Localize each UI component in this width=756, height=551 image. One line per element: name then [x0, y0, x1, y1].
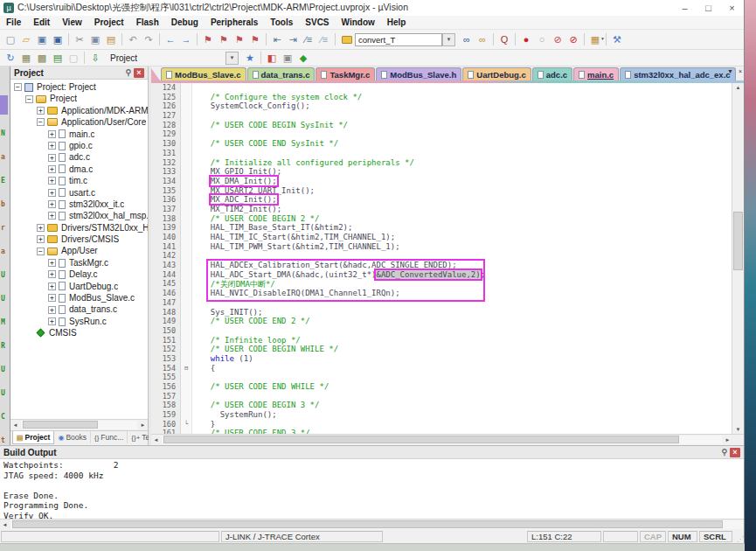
tree-expander-icon[interactable]: +: [48, 282, 56, 290]
find-icon[interactable]: ∞: [475, 32, 490, 46]
cut-icon[interactable]: ✂: [72, 32, 87, 46]
download-icon[interactable]: ⇩: [87, 51, 103, 65]
minimize-button[interactable]: –: [673, 1, 697, 16]
tree-item-cmsis[interactable]: CMSIS: [10, 327, 148, 338]
tree-expander-icon[interactable]: +: [48, 294, 56, 302]
tree-expander-icon[interactable]: +: [48, 200, 56, 208]
tree-expander-icon[interactable]: +: [37, 235, 45, 243]
pack-installer-icon[interactable]: ◧: [264, 51, 280, 65]
scroll-left-icon[interactable]: ◄: [10, 422, 20, 428]
undo-icon[interactable]: ↶: [125, 32, 141, 46]
scroll-thumb[interactable]: [12, 520, 723, 528]
close-document-icon[interactable]: ×: [739, 68, 742, 74]
bookmark-toggle-icon[interactable]: ⚑: [200, 32, 216, 46]
menu-project[interactable]: Project: [88, 17, 130, 27]
new-file-icon[interactable]: ▢: [3, 32, 18, 46]
editor-tab-adc-c[interactable]: adc.c: [532, 67, 572, 80]
menu-tools[interactable]: Tools: [264, 17, 299, 27]
manage-rte-icon[interactable]: ◆: [295, 51, 311, 65]
tree-item-sysrun-c[interactable]: +SysRun.c: [10, 316, 148, 327]
editor-tab-stm32l0xx-hal-adc-ex-c[interactable]: stm32l0xx_hal_adc_ex.c: [620, 67, 735, 80]
tree-item-gpio-c[interactable]: +gpio.c: [10, 140, 148, 151]
tree-item-stm32l0xx-it-c[interactable]: +stm32l0xx_it.c: [10, 199, 148, 210]
redo-icon[interactable]: ↷: [141, 32, 156, 46]
close-panel-button[interactable]: ×: [730, 448, 740, 457]
chevron-down-icon[interactable]: ▼: [600, 31, 605, 45]
editor-tab-modbus-slave-h[interactable]: ModBus_Slave.h: [376, 67, 461, 80]
scroll-thumb[interactable]: [733, 212, 743, 270]
editor-tab-taskmgr-c[interactable]: TaskMgr.c: [316, 67, 375, 80]
debug-windows-icon[interactable]: ▦▼: [587, 32, 603, 46]
breakpoint-enable-icon[interactable]: ○: [534, 32, 550, 46]
build-output-hscrollbar[interactable]: ◄: [0, 519, 744, 530]
code-editor[interactable]: 124125 /* Configure the system clock */1…: [151, 83, 732, 434]
build-icon[interactable]: ▦: [18, 51, 34, 65]
save-icon[interactable]: ▣: [34, 32, 50, 46]
tree-item-usart-c[interactable]: +usart.c: [10, 187, 148, 199]
project-tree-hscrollbar[interactable]: ◄ ►: [10, 419, 148, 430]
open-folder-icon[interactable]: ▱: [18, 32, 34, 46]
tree-item-main-c[interactable]: +main.c: [10, 129, 148, 140]
scroll-thumb[interactable]: [23, 421, 98, 429]
tree-item-drivers-stm32l0xx-hal-driver[interactable]: +Drivers/STM32L0xx_HAL_Driver: [10, 222, 148, 234]
convert-select[interactable]: convert_T▼: [342, 33, 455, 46]
chevron-down-icon[interactable]: ▼: [442, 33, 455, 46]
editor-tab-uartdebug-c[interactable]: UartDebug.c: [462, 67, 531, 80]
tab-list-icon[interactable]: ▼: [727, 68, 733, 74]
tree-expander-icon[interactable]: +: [48, 130, 56, 138]
tree-item-stm32l0xx-hal-msp-c[interactable]: +stm32l0xx_hal_msp.c: [10, 210, 148, 221]
breakpoint-kill-icon[interactable]: ⊘: [565, 32, 581, 46]
panel-tab-project[interactable]: ▤Project: [12, 431, 54, 444]
editor-tab-main-c[interactable]: main.c: [573, 67, 619, 80]
find-magnifier-icon[interactable]: Q: [496, 32, 512, 46]
tree-item-data-trans-c[interactable]: +data_trans.c: [10, 303, 148, 315]
breakpoint-disable-icon[interactable]: ⊘: [550, 32, 565, 46]
resize-grip[interactable]: ⋰: [733, 530, 744, 543]
breakpoint-icon[interactable]: ●: [518, 32, 534, 46]
panel-tab-func[interactable]: {}Func...: [91, 431, 128, 443]
target-select[interactable]: Project▼: [107, 52, 239, 65]
chevron-down-icon[interactable]: ▼: [225, 52, 239, 65]
tree-expander-icon[interactable]: −: [25, 95, 33, 103]
tree-expander-icon[interactable]: +: [37, 224, 45, 232]
tree-expander-icon[interactable]: +: [48, 189, 56, 197]
tree-expander-icon[interactable]: +: [48, 165, 56, 173]
scroll-track[interactable]: [732, 92, 744, 425]
maximize-button[interactable]: □: [697, 1, 720, 16]
bookmark-next-icon[interactable]: ⚑: [232, 32, 247, 46]
scroll-up-icon[interactable]: ▲: [732, 83, 744, 92]
editor-hscrollbar[interactable]: ◄ ►: [151, 434, 744, 445]
menu-help[interactable]: Help: [381, 17, 413, 27]
scroll-track[interactable]: [10, 520, 743, 529]
batch-build-icon[interactable]: ▤: [50, 51, 66, 65]
close-panel-button[interactable]: ×: [134, 68, 144, 78]
convert-select-value[interactable]: convert_T: [355, 33, 442, 46]
tree-expander-icon[interactable]: −: [37, 118, 45, 126]
bookmark-clear-icon[interactable]: ⚑: [247, 32, 263, 46]
tree-expander-icon[interactable]: +: [48, 154, 56, 162]
tree-item-modbus-slave-c[interactable]: +ModBus_Slave.c: [10, 292, 148, 303]
tree-expander-icon[interactable]: +: [48, 317, 56, 325]
copy-icon[interactable]: ▣: [87, 32, 103, 46]
editor-vscrollbar[interactable]: ▲ ▼: [732, 83, 744, 434]
menu-edit[interactable]: Edit: [27, 17, 56, 27]
outdent-icon[interactable]: ⇤: [269, 32, 285, 46]
menu-window[interactable]: Window: [336, 17, 381, 27]
comment-icon[interactable]: ∕≡: [301, 32, 316, 46]
options-target-icon[interactable]: ★: [242, 51, 258, 65]
stop-build-icon[interactable]: ▢: [66, 51, 81, 65]
tree-item-adc-c[interactable]: +adc.c: [10, 151, 148, 163]
scroll-down-icon[interactable]: ▼: [732, 425, 744, 434]
tree-expander-icon[interactable]: +: [48, 306, 56, 314]
scroll-right-icon[interactable]: ►: [723, 437, 732, 443]
tree-expander-icon[interactable]: +: [37, 107, 45, 115]
tree-expander-icon[interactable]: +: [48, 212, 56, 220]
navigate-back-icon[interactable]: ←: [163, 32, 178, 46]
scroll-left-icon[interactable]: ◄: [151, 437, 161, 443]
close-button[interactable]: ×: [720, 1, 744, 16]
tree-expander-icon[interactable]: −: [14, 83, 22, 91]
menu-svcs[interactable]: SVCS: [299, 17, 335, 27]
scroll-thumb[interactable]: [163, 436, 679, 443]
tree-item-project-project[interactable]: −Project: Project: [10, 81, 148, 93]
menu-flash[interactable]: Flash: [130, 17, 165, 27]
